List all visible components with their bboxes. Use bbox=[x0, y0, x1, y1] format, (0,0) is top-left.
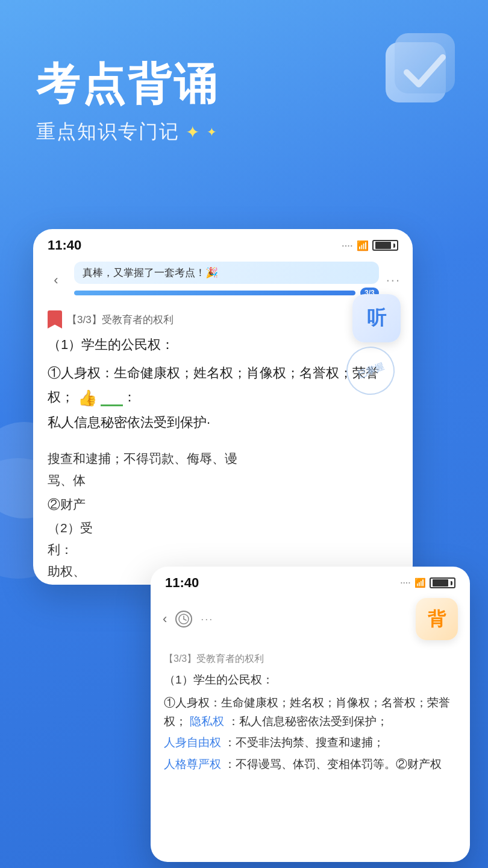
progress-bar-fill bbox=[74, 291, 355, 295]
progress-bar-bg bbox=[74, 291, 355, 295]
hero-section: 考点背诵 重点知识专门记 ✦ ✦ bbox=[36, 60, 219, 145]
bottom-line-1: 搜查和逮捕；不得罚款、侮辱、谩 bbox=[48, 448, 398, 470]
link-freedom[interactable]: 人身自由权 bbox=[164, 736, 221, 749]
deco-shape bbox=[374, 24, 470, 121]
underline-text bbox=[101, 389, 123, 406]
content-line-1: （1）学生的公民权： bbox=[48, 333, 398, 356]
svg-line-4 bbox=[184, 619, 186, 620]
status-bar-1: 11:40 ···· 📶 bbox=[33, 229, 413, 258]
signal-icon-2: ···· bbox=[401, 579, 411, 587]
phone-card-1: 11:40 ···· 📶 ‹ 真棒，又掌握了一套考点！🎉 3/3 ··· bbox=[33, 229, 413, 585]
content-text-1: （1）学生的公民权： ①人身权：生命健康权；姓名权；肖像权；名誉权；荣誉权； 👍… bbox=[48, 333, 398, 433]
listen-button[interactable]: 听 bbox=[352, 294, 401, 342]
battery-icon bbox=[372, 240, 398, 251]
phone-card-2: 11:40 ···· 📶 ‹ ··· 背 【3/3】受教育者的权利 bbox=[151, 567, 470, 862]
battery-icon-2 bbox=[430, 577, 455, 588]
bottom-line-3: ②财产 bbox=[48, 494, 398, 515]
card1-bottom-content: 搜查和逮捕；不得罚款、侮辱、谩 骂、体 ②财产 （2）受 利： 助权、 、受 bbox=[33, 443, 413, 585]
c2-line-4: 人格尊严权 ：不得谩骂、体罚、变相体罚等。②财产权 bbox=[164, 755, 457, 773]
bottom-line-5: 利： bbox=[48, 539, 398, 561]
bottom-line-2: 骂、体 bbox=[48, 470, 398, 491]
progress-row: 3/3 bbox=[74, 288, 379, 298]
status-bar-2: 11:40 ···· 📶 bbox=[151, 567, 470, 596]
time-2: 11:40 bbox=[165, 575, 199, 591]
app-subtitle: 重点知识专门记 ✦ ✦ bbox=[36, 119, 219, 145]
toast-banner: 真棒，又掌握了一套考点！🎉 bbox=[74, 262, 379, 284]
bookmark-icon bbox=[48, 310, 62, 329]
back-button-1[interactable]: ‹ bbox=[45, 269, 67, 291]
back-button-2[interactable]: ‹ bbox=[163, 611, 167, 627]
wifi-icon-2: 📶 bbox=[414, 577, 426, 588]
nav-row-1: ‹ 真棒，又掌握了一套考点！🎉 3/3 ··· bbox=[33, 258, 413, 303]
link-dignity[interactable]: 人格尊严权 bbox=[164, 758, 221, 770]
svg-rect-1 bbox=[395, 33, 455, 93]
bottom-line-4: （2）受 bbox=[48, 517, 398, 539]
nav-row-2: ‹ ··· 背 bbox=[151, 596, 470, 645]
bei-button[interactable]: 背 bbox=[416, 598, 458, 640]
wifi-icon: 📶 bbox=[357, 240, 369, 251]
content-area-2: 【3/3】受教育者的权利 （1）学生的公民权： ①人身权：生命健康权；姓名权；肖… bbox=[151, 645, 470, 779]
c2-line-3: 人身自由权 ：不受非法拘禁、搜查和逮捕； bbox=[164, 733, 457, 752]
content-line-2: ①人身权：生命健康权；姓名权；肖像权；名誉权；荣誉权； 👍 ： bbox=[48, 362, 398, 411]
listen-label: 听 bbox=[367, 305, 386, 332]
section-label-2: 【3/3】受教育者的权利 bbox=[164, 651, 457, 667]
section-label-1: 【3/3】受教育者的权利 bbox=[67, 313, 174, 327]
more-button-2[interactable]: ··· bbox=[201, 613, 213, 626]
c2-line-1: （1）学生的公民权： bbox=[164, 670, 457, 689]
time-1: 11:40 bbox=[48, 237, 81, 253]
c2-line-2: ①人身权：生命健康权；姓名权；肖像权；名誉权；荣誉权； 隐私权 ：私人信息秘密依… bbox=[164, 693, 457, 731]
sparkle-icon-1: ✦ bbox=[186, 122, 201, 142]
content-line-3: 私人信息秘密依法受到保护· bbox=[48, 411, 398, 433]
thumbs-up-emoji: 👍 bbox=[78, 385, 97, 411]
sparkle-icon-2: ✦ bbox=[207, 125, 218, 139]
nav-center-1: 真棒，又掌握了一套考点！🎉 3/3 bbox=[74, 262, 379, 298]
signal-icon: ···· bbox=[342, 241, 353, 250]
app-title: 考点背诵 bbox=[36, 60, 219, 108]
toast-text: 真棒，又掌握了一套考点！🎉 bbox=[83, 266, 218, 280]
link-privacy[interactable]: 隐私权 bbox=[190, 715, 224, 728]
status-icons-2: ···· 📶 bbox=[401, 577, 455, 588]
bei-label: 背 bbox=[428, 607, 446, 632]
clock-icon[interactable] bbox=[175, 611, 192, 627]
more-button-1[interactable]: ··· bbox=[386, 272, 401, 288]
status-icons-1: ···· 📶 bbox=[342, 240, 398, 251]
bookmark-row: 【3/3】受教育者的权利 bbox=[48, 310, 398, 329]
